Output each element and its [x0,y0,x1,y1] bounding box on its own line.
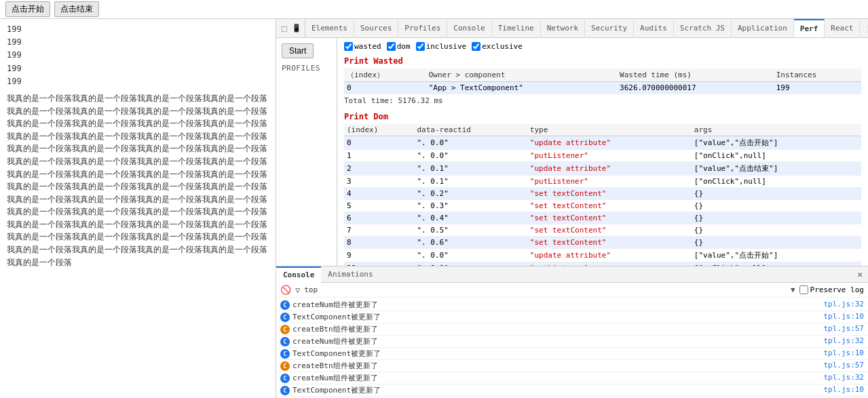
console-body: C createNum组件被更新了 tpl.js:32 C TextCompon… [276,298,868,398]
console-icon: C [280,386,290,395]
dropdown-icon[interactable]: ▼ [791,285,795,294]
tab-profiles[interactable]: Profiles [398,19,447,38]
filter-row: wasted dom inclusive [344,42,861,51]
console-row: C createNum组件被更新了 tpl.js:32 [276,299,868,311]
table-row: 9 ". 0.0" "update attribute" ["value","点… [344,249,861,262]
dom-filter[interactable]: dom [387,42,411,51]
console-row: C createBtn组件被更新了 tpl.js:57 [276,323,868,336]
tab-application[interactable]: Application [732,19,794,38]
console-close-icon[interactable]: ✕ [852,268,868,281]
console-source[interactable]: tpl.js:32 [823,336,864,345]
profiles-label: PROFILES [282,64,331,73]
console-row: C TextComponent被更新了 tpl.js:10 [276,311,868,323]
console-source[interactable]: tpl.js:57 [823,361,864,370]
console-row: C createNum组件被更新了 tpl.js:32 [276,372,868,384]
console-message: TextComponent被更新了 [293,349,820,359]
console-row: C createBtn组件被更新了 tpl.js:57 [276,360,868,372]
inclusive-checkbox[interactable] [416,42,425,51]
console-source[interactable]: tpl.js:57 [823,324,864,333]
count-row-1: 199 [7,23,269,36]
tab-sources[interactable]: Sources [354,19,398,38]
console-message: TextComponent被更新了 [293,385,820,395]
top-label: top [304,285,318,294]
count-row-2: 199 [7,36,269,49]
count-row-5: 199 [7,75,269,88]
more-icon[interactable]: ⋮ [860,23,868,33]
console-message: createNum组件被更新了 [293,373,820,383]
top-bar: 点击开始 点击结束 [0,0,868,19]
table-row: 5 ". 0.3" "set textContent" {} [344,200,861,212]
filter-icon[interactable]: ▽ [295,285,300,295]
console-row: C createNum组件被更新了 tpl.js:32 [276,336,868,348]
end-button[interactable]: 点击结束 [54,1,99,17]
tab-elements[interactable]: Elements [305,19,354,38]
count-row-4: 199 [7,62,269,75]
console-icon: C [280,374,290,383]
exclusive-filter[interactable]: exclusive [472,42,523,51]
table-row: 0 "App > TextComponent" 3626.07000000001… [344,82,861,94]
app-panel: 199 199 199 199 199 我真的是一个段落我真的是一个段落我真的是… [0,19,276,398]
tab-console-bottom[interactable]: Console [276,266,321,283]
console-tabs: Console Animations ✕ [276,266,868,283]
wasted-col-index: （index） [344,68,426,82]
console-row: C TextComponent被更新了 tpl.js:10 [276,348,868,360]
console-toolbar: 🚫 ▽ top ▼ Preserve log [276,283,868,298]
console-source[interactable]: tpl.js:10 [823,312,864,321]
perf-main: wasted dom inclusive [337,38,868,266]
devtools-panel: ⬚ 📱 Elements Sources Profiles Console Ti… [276,19,868,398]
tab-security[interactable]: Security [585,19,634,38]
console-message: createBtn组件被更新了 [293,324,820,334]
perf-sidebar: Start PROFILES [276,38,337,266]
table-row: 2 ". 0.1" "update attribute" ["value","点… [344,162,861,176]
tab-timeline[interactable]: Timeline [492,19,541,38]
clear-icon[interactable]: 🚫 [280,285,291,295]
tab-scratchjs[interactable]: Scratch JS [674,19,732,38]
console-source[interactable]: tpl.js:32 [823,300,864,309]
count-row-3: 199 [7,49,269,62]
table-row: 1 ". 0.0" "putListener" ["onClick",null] [344,150,861,162]
inspect-icon[interactable]: ⬚ [279,23,290,34]
console-icon: C [280,300,290,310]
wasted-table: （index） Owner > component Wasted time (m… [344,68,861,94]
table-row: 10 ". 0.0" "putListener" ["onClick",null… [344,262,861,266]
tab-animations[interactable]: Animations [321,266,379,283]
tab-audits[interactable]: Audits [634,19,674,38]
wasted-col-time: Wasted time (ms) [617,68,774,82]
preserve-log-checkbox[interactable] [799,285,808,294]
table-row: 3 ". 0.1" "putListener" ["onClick",null] [344,176,861,188]
tab-console[interactable]: Console [447,19,491,38]
responsive-icon[interactable]: 📱 [291,23,302,34]
console-message: TextComponent被更新了 [293,312,820,322]
console-icon: C [280,349,290,359]
start-button[interactable]: 点击开始 [5,1,50,17]
perf-start-button[interactable]: Start [282,43,314,58]
console-source[interactable]: tpl.js:10 [823,349,864,357]
console-icon: C [280,337,290,346]
print-dom-title: Print Dom [344,112,861,121]
exclusive-checkbox[interactable] [472,42,480,51]
console-icon: C [280,313,290,322]
preserve-log-label[interactable]: Preserve log [799,285,864,294]
console-icon: C [280,361,290,371]
console-message: createNum组件被更新了 [293,300,820,310]
dom-table: (index) data-reactid type args 0 ". 0.0"… [344,124,861,266]
table-row: 8 ". 0.6" "set textContent" {} [344,237,861,249]
perf-panel: Start PROFILES wasted [276,38,868,266]
table-row: 0 ". 0.0" "update attribute" ["value","点… [344,136,861,150]
console-icon: C [280,325,290,334]
console-message: createBtn组件被更新了 [293,361,820,371]
console-panel: Console Animations ✕ 🚫 ▽ top ▼ [276,266,868,398]
wasted-col-component: Owner > component [426,68,617,82]
dom-checkbox[interactable] [387,42,396,51]
console-source[interactable]: tpl.js:32 [823,373,864,382]
wasted-checkbox[interactable] [344,42,353,51]
wasted-filter[interactable]: wasted [344,42,381,51]
tab-perf[interactable]: Perf [794,19,825,38]
console-source[interactable]: tpl.js:10 [823,385,864,394]
table-row: 7 ". 0.5" "set textContent" {} [344,224,861,237]
tab-react[interactable]: React [825,19,860,38]
print-wasted-title: Print Wasted [344,56,861,66]
inclusive-filter[interactable]: inclusive [416,42,467,51]
tab-network[interactable]: Network [541,19,585,38]
wasted-col-instances: Instances [774,68,861,82]
